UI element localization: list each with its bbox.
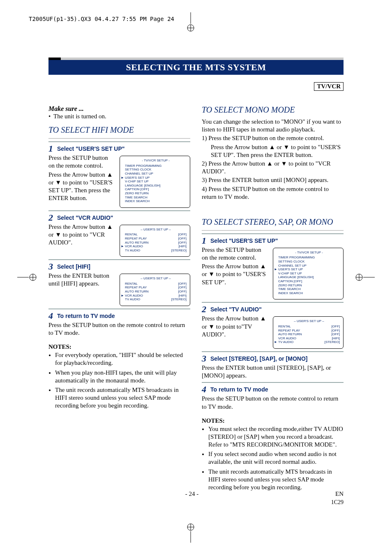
print-header: T2005UF(p1-35).QX3 04.4.27 7:55 PM Page … xyxy=(29,16,174,22)
mono-4: 4) Press the SETUP button on the remote … xyxy=(202,185,344,201)
r-step3-head: 3 Select [STEREO], [SAP], or [MONO] xyxy=(202,351,344,364)
mono-2: 2) Press the Arrow button ▲ or ▼ to poin… xyxy=(202,160,344,175)
footer: - 24 - EN xyxy=(48,491,344,497)
mono-body: You can change the selection to "MONO" i… xyxy=(202,118,344,201)
r-step2-text: Press the Arrow button ▲ or ▼ to point t… xyxy=(202,315,267,339)
step3-line1: Press the ENTER button until [HIFI] appe… xyxy=(48,272,114,288)
step4-line1: Press the SETUP button on the remote con… xyxy=(48,321,190,337)
right-column: TO SELECT MONO MODE You can change the s… xyxy=(202,105,344,493)
osd-user-setup-vcr-1: – USER'S SET UP –RENTAL[OFF]REPEAT PLAY[… xyxy=(120,225,190,257)
r-step4-line1: Press the SETUP button on the remote con… xyxy=(202,395,344,410)
right-notes: You must select the recording mode,eithe… xyxy=(202,425,344,492)
step1-line2: Press the Arrow button ▲ or ▼ to point t… xyxy=(48,171,114,203)
r-step1-line1: Press the SETUP button on the remote con… xyxy=(202,246,267,262)
content: SELECTING THE MTS SYSTEM TV/VCR Make sur… xyxy=(48,58,344,493)
r-step4-num: 4 xyxy=(202,384,206,394)
step2-line1: Press the Arrow button ▲ or ▼ to point t… xyxy=(48,223,114,247)
r-step1-num: 1 xyxy=(202,235,206,246)
step2-head: 2 Select "VCR AUDIO" xyxy=(48,210,190,223)
lang-code: EN xyxy=(335,491,344,497)
step2-num: 2 xyxy=(48,212,53,223)
r-step3-line1: Press the ENTER button until [STEREO], [… xyxy=(202,364,344,380)
mono-3: 3) Press the ENTER button until [MONO] a… xyxy=(202,176,344,184)
crop-mark-right xyxy=(355,274,375,281)
r-step3-text: Press the ENTER button until [STEREO], [… xyxy=(202,364,344,380)
r-step2-num: 2 xyxy=(202,304,206,314)
step1-line1: Press the SETUP button on the remote con… xyxy=(48,154,114,170)
crop-mark-top xyxy=(187,12,194,32)
step2-label: Select "VCR AUDIO" xyxy=(57,214,113,221)
page-number: - 24 - xyxy=(185,491,199,497)
step3-label: Select [HIFI] xyxy=(57,263,90,270)
footer-code: 1C29 xyxy=(331,499,344,506)
step3-num: 3 xyxy=(48,261,53,272)
r-step2-label: Select "TV AUDIO" xyxy=(210,306,262,313)
step4-num: 4 xyxy=(48,311,53,321)
step3-head: 3 Select [HIFI] xyxy=(48,259,190,272)
step4-label: To return to TV mode xyxy=(57,313,115,319)
step2-text: Press the Arrow button ▲ or ▼ to point t… xyxy=(48,223,114,248)
right-notes-heading: NOTES: xyxy=(202,417,344,424)
osd-tvvcr-setup-2: - TV/VCR SETUP -TIMER PROGRAMMINGSETTING… xyxy=(273,248,344,300)
osd-tvvcr-setup: - TV/VCR SETUP -TIMER PROGRAMMINGSETTING… xyxy=(120,156,190,208)
tv-vcr-tag: TV/VCR xyxy=(314,82,344,91)
r-step2-line1: Press the Arrow button ▲ or ▼ to point t… xyxy=(202,315,267,339)
r-step1-head: 1 Select "USER'S SET UP" xyxy=(202,233,344,246)
osd-user-setup-tv: – USER'S SET UP –RENTAL[OFF]REPEAT PLAY[… xyxy=(273,316,344,349)
left-notes: For everybody operation, "HIFI" should b… xyxy=(48,351,190,410)
r-step3-label: Select [STEREO], [SAP], or [MONO] xyxy=(210,355,307,362)
left-notes-heading: NOTES: xyxy=(48,343,190,350)
step1-num: 1 xyxy=(48,143,53,154)
r-step2-head: 2 Select "TV AUDIO" xyxy=(202,302,344,315)
stereo-heading: TO SELECT STEREO, SAP, OR MONO xyxy=(202,217,344,227)
r-step4-head: 4 To return to TV mode xyxy=(202,382,344,395)
crop-mark-left xyxy=(17,274,37,281)
make-sure-item: •The unit is turned on. xyxy=(48,113,190,120)
step1-label: Select "USER'S SET UP" xyxy=(57,145,125,152)
r-step4-text: Press the SETUP button on the remote con… xyxy=(202,395,344,410)
mono-heading: TO SELECT MONO MODE xyxy=(202,105,344,115)
mono-1a: 1) Press the SETUP button on the remote … xyxy=(202,134,344,142)
title-bar: SELECTING THE MTS SYSTEM xyxy=(48,58,344,74)
step1-text: Press the SETUP button on the remote con… xyxy=(48,154,114,203)
crop-mark-bottom xyxy=(187,523,194,543)
mono-1b: Press the Arrow button ▲ or ▼ to point t… xyxy=(202,143,344,159)
step4-head: 4 To return to TV mode xyxy=(48,309,190,321)
make-sure-heading: Make sure ... xyxy=(48,105,190,113)
r-step3-num: 3 xyxy=(202,353,206,364)
r-step1-label: Select "USER'S SET UP" xyxy=(210,237,278,244)
hifi-heading: TO SELECT HIFI MODE xyxy=(48,125,190,135)
left-column: Make sure ... •The unit is turned on. TO… xyxy=(48,105,190,493)
step3-text: Press the ENTER button until [HIFI] appe… xyxy=(48,272,114,288)
make-sure-text: The unit is turned on. xyxy=(53,113,106,120)
page: T2005UF(p1-35).QX3 04.4.27 7:55 PM Page … xyxy=(0,0,392,555)
page-title: SELECTING THE MTS SYSTEM xyxy=(48,60,344,75)
osd-user-setup-vcr-2: – USER'S SET UP –RENTAL[OFF]REPEAT PLAY[… xyxy=(120,274,190,306)
step1-head: 1 Select "USER'S SET UP" xyxy=(48,141,190,154)
step4-text: Press the SETUP button on the remote con… xyxy=(48,321,190,337)
r-step1-line2: Press the Arrow button ▲ or ▼ to point t… xyxy=(202,263,267,286)
r-step1-text: Press the SETUP button on the remote con… xyxy=(202,246,267,287)
r-step4-label: To return to TV mode xyxy=(210,386,268,393)
mono-intro: You can change the selection to "MONO" i… xyxy=(202,118,344,134)
